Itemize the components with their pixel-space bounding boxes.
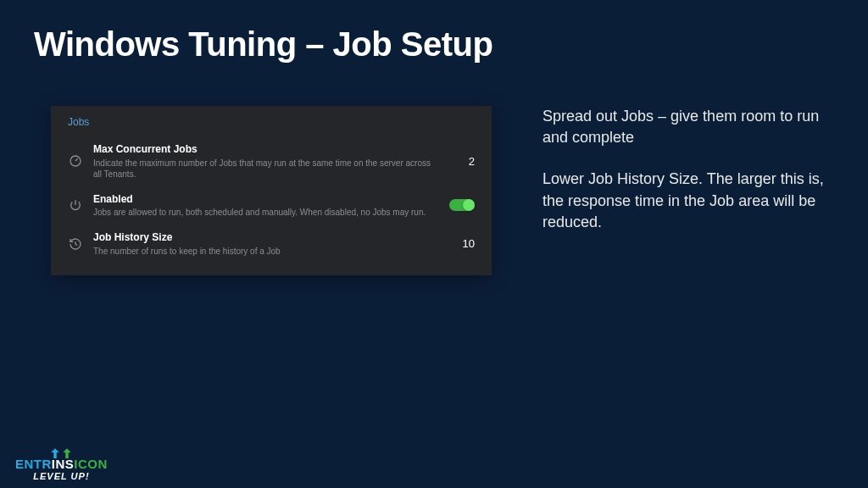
setting-label: Max Concurrent Jobs xyxy=(93,143,431,157)
logo-subtitle: LEVEL UP! xyxy=(15,471,108,481)
toggle-knob xyxy=(463,199,475,211)
logo-text: ENTRINSICON xyxy=(15,457,108,471)
gauge-icon xyxy=(68,153,83,169)
setting-desc: Jobs are allowed to run, both scheduled … xyxy=(93,207,439,218)
bullet-item: Spread out Jobs – give them room to run … xyxy=(542,106,834,148)
setting-row-history-size[interactable]: Job History Size The number of runs to k… xyxy=(64,225,478,263)
bullet-item: Lower Job History Size. The larger this … xyxy=(542,169,834,233)
setting-text: Enabled Jobs are allowed to run, both sc… xyxy=(93,193,439,219)
logo-text-part: INS xyxy=(52,457,75,471)
logo-text-part: ENTR xyxy=(15,457,52,471)
setting-row-enabled[interactable]: Enabled Jobs are allowed to run, both sc… xyxy=(64,186,478,225)
entrinsicon-logo: ENTRINSICON LEVEL UP! xyxy=(15,446,108,481)
panel-header: Jobs xyxy=(64,116,478,128)
slide-title: Windows Tuning – Job Setup xyxy=(0,0,868,64)
setting-desc: Indicate the maximum number of Jobs that… xyxy=(93,158,431,180)
logo-text-part: ICON xyxy=(74,457,108,471)
setting-row-max-concurrent[interactable]: Max Concurrent Jobs Indicate the maximum… xyxy=(64,136,478,186)
setting-value[interactable]: 2 xyxy=(441,155,475,168)
jobs-settings-panel: Jobs Max Concurrent Jobs Indicate the ma… xyxy=(51,106,492,275)
setting-desc: The number of runs to keep in the histor… xyxy=(93,246,431,257)
slide-bullets: Spread out Jobs – give them room to run … xyxy=(542,106,834,275)
history-icon xyxy=(68,236,83,252)
slide-content: Jobs Max Concurrent Jobs Indicate the ma… xyxy=(0,64,868,275)
setting-text: Job History Size The number of runs to k… xyxy=(93,231,431,257)
setting-text: Max Concurrent Jobs Indicate the maximum… xyxy=(93,143,431,180)
power-icon xyxy=(68,197,83,213)
enabled-toggle[interactable] xyxy=(449,199,475,211)
setting-value[interactable]: 10 xyxy=(441,237,475,250)
setting-label: Enabled xyxy=(93,193,439,207)
setting-label: Job History Size xyxy=(93,231,431,245)
